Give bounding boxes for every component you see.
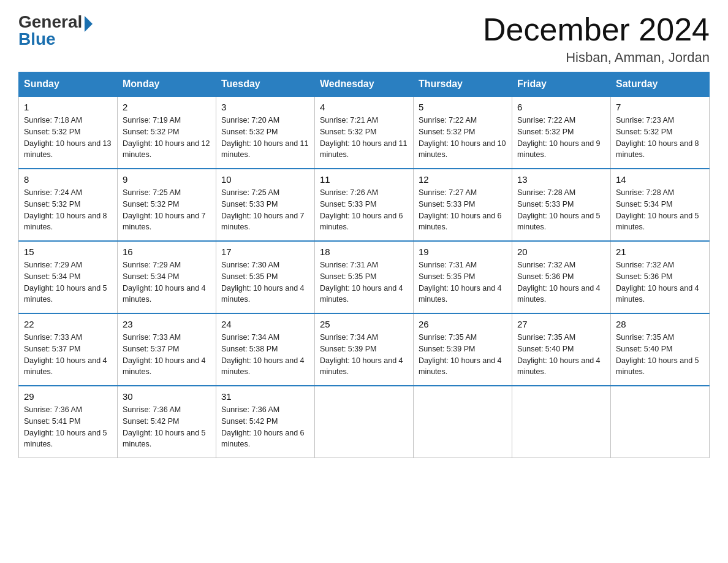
day-info: Sunrise: 7:27 AMSunset: 5:33 PMDaylight:… bbox=[419, 188, 502, 231]
day-number: 6 bbox=[517, 102, 605, 112]
day-number: 4 bbox=[320, 102, 408, 112]
day-number: 24 bbox=[221, 319, 309, 329]
calendar-week-row: 8 Sunrise: 7:24 AMSunset: 5:32 PMDayligh… bbox=[19, 169, 710, 241]
calendar-cell: 6 Sunrise: 7:22 AMSunset: 5:32 PMDayligh… bbox=[512, 96, 611, 169]
day-info: Sunrise: 7:34 AMSunset: 5:39 PMDaylight:… bbox=[320, 333, 403, 376]
day-info: Sunrise: 7:34 AMSunset: 5:38 PMDaylight:… bbox=[221, 333, 305, 376]
calendar-cell: 26 Sunrise: 7:35 AMSunset: 5:39 PMDaylig… bbox=[414, 313, 512, 386]
logo-blue-text: Blue bbox=[18, 29, 56, 49]
day-info: Sunrise: 7:21 AMSunset: 5:32 PMDaylight:… bbox=[320, 116, 407, 159]
day-number: 31 bbox=[221, 391, 309, 402]
day-number: 11 bbox=[320, 174, 408, 185]
calendar-week-row: 1 Sunrise: 7:18 AMSunset: 5:32 PMDayligh… bbox=[19, 96, 710, 169]
day-number: 20 bbox=[517, 247, 605, 257]
day-info: Sunrise: 7:19 AMSunset: 5:32 PMDaylight:… bbox=[123, 116, 210, 159]
day-info: Sunrise: 7:33 AMSunset: 5:37 PMDaylight:… bbox=[24, 333, 107, 376]
calendar-cell bbox=[611, 386, 710, 458]
day-number: 17 bbox=[221, 247, 309, 257]
day-info: Sunrise: 7:31 AMSunset: 5:35 PMDaylight:… bbox=[419, 261, 502, 304]
day-info: Sunrise: 7:26 AMSunset: 5:33 PMDaylight:… bbox=[320, 188, 403, 231]
day-number: 9 bbox=[123, 174, 211, 185]
day-number: 5 bbox=[419, 102, 507, 112]
day-info: Sunrise: 7:32 AMSunset: 5:36 PMDaylight:… bbox=[517, 261, 601, 304]
calendar-cell: 10 Sunrise: 7:25 AMSunset: 5:33 PMDaylig… bbox=[216, 169, 315, 241]
column-header-tuesday: Tuesday bbox=[216, 72, 315, 97]
calendar-cell: 11 Sunrise: 7:26 AMSunset: 5:33 PMDaylig… bbox=[315, 169, 414, 241]
title-block: December 2024 Hisban, Amman, Jordan bbox=[483, 12, 710, 66]
calendar-cell: 21 Sunrise: 7:32 AMSunset: 5:36 PMDaylig… bbox=[611, 241, 710, 313]
day-number: 14 bbox=[616, 174, 704, 185]
day-number: 23 bbox=[123, 319, 211, 329]
calendar-week-row: 15 Sunrise: 7:29 AMSunset: 5:34 PMDaylig… bbox=[19, 241, 710, 313]
calendar-cell: 29 Sunrise: 7:36 AMSunset: 5:41 PMDaylig… bbox=[19, 386, 118, 458]
day-info: Sunrise: 7:33 AMSunset: 5:37 PMDaylight:… bbox=[123, 333, 206, 376]
calendar-cell: 18 Sunrise: 7:31 AMSunset: 5:35 PMDaylig… bbox=[315, 241, 414, 313]
calendar-cell: 1 Sunrise: 7:18 AMSunset: 5:32 PMDayligh… bbox=[19, 96, 118, 169]
calendar-header-row: SundayMondayTuesdayWednesdayThursdayFrid… bbox=[19, 72, 710, 97]
day-info: Sunrise: 7:22 AMSunset: 5:32 PMDaylight:… bbox=[517, 116, 601, 159]
calendar-cell: 27 Sunrise: 7:35 AMSunset: 5:40 PMDaylig… bbox=[512, 313, 611, 386]
calendar-cell: 25 Sunrise: 7:34 AMSunset: 5:39 PMDaylig… bbox=[315, 313, 414, 386]
day-info: Sunrise: 7:36 AMSunset: 5:41 PMDaylight:… bbox=[24, 405, 107, 448]
day-number: 7 bbox=[616, 102, 704, 112]
day-number: 26 bbox=[419, 319, 507, 329]
day-info: Sunrise: 7:24 AMSunset: 5:32 PMDaylight:… bbox=[24, 188, 107, 231]
day-number: 15 bbox=[24, 247, 112, 257]
page-header: General Blue December 2024 Hisban, Amman… bbox=[18, 12, 710, 66]
day-number: 27 bbox=[517, 319, 605, 329]
calendar-cell: 19 Sunrise: 7:31 AMSunset: 5:35 PMDaylig… bbox=[414, 241, 512, 313]
column-header-saturday: Saturday bbox=[611, 72, 710, 97]
calendar-cell bbox=[512, 386, 611, 458]
day-info: Sunrise: 7:36 AMSunset: 5:42 PMDaylight:… bbox=[221, 405, 305, 448]
day-number: 3 bbox=[221, 102, 309, 112]
day-info: Sunrise: 7:35 AMSunset: 5:39 PMDaylight:… bbox=[419, 333, 502, 376]
calendar-cell: 23 Sunrise: 7:33 AMSunset: 5:37 PMDaylig… bbox=[118, 313, 216, 386]
day-info: Sunrise: 7:36 AMSunset: 5:42 PMDaylight:… bbox=[123, 405, 206, 448]
day-number: 19 bbox=[419, 247, 507, 257]
calendar-cell: 22 Sunrise: 7:33 AMSunset: 5:37 PMDaylig… bbox=[19, 313, 118, 386]
calendar-cell: 7 Sunrise: 7:23 AMSunset: 5:32 PMDayligh… bbox=[611, 96, 710, 169]
calendar-cell: 16 Sunrise: 7:29 AMSunset: 5:34 PMDaylig… bbox=[118, 241, 216, 313]
location-subtitle: Hisban, Amman, Jordan bbox=[483, 50, 710, 66]
day-number: 18 bbox=[320, 247, 408, 257]
column-header-thursday: Thursday bbox=[414, 72, 512, 97]
day-number: 12 bbox=[419, 174, 507, 185]
calendar-cell: 14 Sunrise: 7:28 AMSunset: 5:34 PMDaylig… bbox=[611, 169, 710, 241]
day-info: Sunrise: 7:28 AMSunset: 5:33 PMDaylight:… bbox=[517, 188, 601, 231]
day-info: Sunrise: 7:30 AMSunset: 5:35 PMDaylight:… bbox=[221, 261, 305, 304]
logo-triangle-icon bbox=[85, 16, 93, 32]
calendar-week-row: 22 Sunrise: 7:33 AMSunset: 5:37 PMDaylig… bbox=[19, 313, 710, 386]
day-info: Sunrise: 7:23 AMSunset: 5:32 PMDaylight:… bbox=[616, 116, 699, 159]
day-number: 22 bbox=[24, 319, 112, 329]
day-number: 29 bbox=[24, 391, 112, 402]
day-info: Sunrise: 7:22 AMSunset: 5:32 PMDaylight:… bbox=[419, 116, 506, 159]
calendar-cell: 28 Sunrise: 7:35 AMSunset: 5:40 PMDaylig… bbox=[611, 313, 710, 386]
calendar-cell bbox=[414, 386, 512, 458]
calendar-cell: 2 Sunrise: 7:19 AMSunset: 5:32 PMDayligh… bbox=[118, 96, 216, 169]
day-info: Sunrise: 7:29 AMSunset: 5:34 PMDaylight:… bbox=[123, 261, 206, 304]
calendar-cell: 31 Sunrise: 7:36 AMSunset: 5:42 PMDaylig… bbox=[216, 386, 315, 458]
calendar-cell: 20 Sunrise: 7:32 AMSunset: 5:36 PMDaylig… bbox=[512, 241, 611, 313]
month-title: December 2024 bbox=[483, 12, 710, 47]
column-header-friday: Friday bbox=[512, 72, 611, 97]
day-info: Sunrise: 7:32 AMSunset: 5:36 PMDaylight:… bbox=[616, 261, 699, 304]
calendar-cell: 30 Sunrise: 7:36 AMSunset: 5:42 PMDaylig… bbox=[118, 386, 216, 458]
calendar-cell: 15 Sunrise: 7:29 AMSunset: 5:34 PMDaylig… bbox=[19, 241, 118, 313]
calendar-cell: 17 Sunrise: 7:30 AMSunset: 5:35 PMDaylig… bbox=[216, 241, 315, 313]
day-number: 21 bbox=[616, 247, 704, 257]
day-info: Sunrise: 7:25 AMSunset: 5:33 PMDaylight:… bbox=[221, 188, 305, 231]
day-number: 2 bbox=[123, 102, 211, 112]
day-info: Sunrise: 7:25 AMSunset: 5:32 PMDaylight:… bbox=[123, 188, 206, 231]
calendar-cell: 3 Sunrise: 7:20 AMSunset: 5:32 PMDayligh… bbox=[216, 96, 315, 169]
day-info: Sunrise: 7:20 AMSunset: 5:32 PMDaylight:… bbox=[221, 116, 308, 159]
day-number: 28 bbox=[616, 319, 704, 329]
day-number: 10 bbox=[221, 174, 309, 185]
day-number: 8 bbox=[24, 174, 112, 185]
calendar-cell: 5 Sunrise: 7:22 AMSunset: 5:32 PMDayligh… bbox=[414, 96, 512, 169]
calendar-cell: 9 Sunrise: 7:25 AMSunset: 5:32 PMDayligh… bbox=[118, 169, 216, 241]
column-header-sunday: Sunday bbox=[19, 72, 118, 97]
calendar-cell: 24 Sunrise: 7:34 AMSunset: 5:38 PMDaylig… bbox=[216, 313, 315, 386]
calendar-week-row: 29 Sunrise: 7:36 AMSunset: 5:41 PMDaylig… bbox=[19, 386, 710, 458]
logo: General Blue bbox=[18, 12, 93, 49]
day-number: 16 bbox=[123, 247, 211, 257]
